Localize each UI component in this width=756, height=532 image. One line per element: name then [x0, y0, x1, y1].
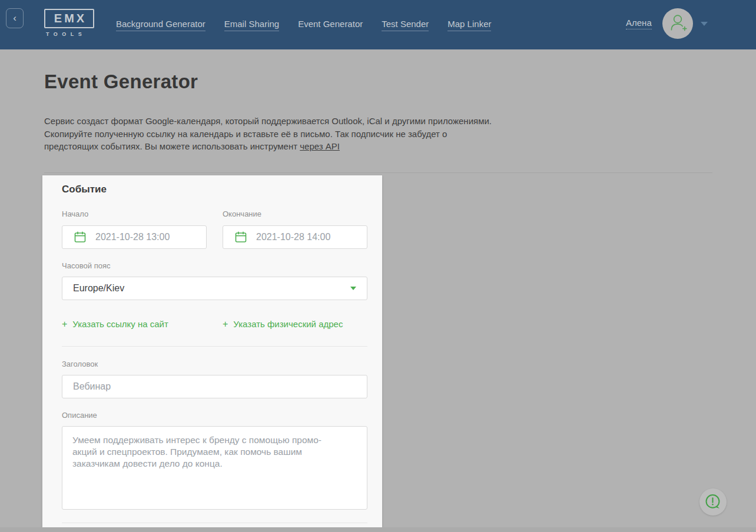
end-datetime-input[interactable]: [256, 232, 356, 242]
page-description: Сервис создаст формат Google-календаря, …: [44, 115, 492, 153]
main-nav: Background Generator Email Sharing Event…: [116, 0, 491, 49]
form-divider: [62, 523, 367, 523]
event-title-input[interactable]: [73, 381, 356, 392]
end-label: Окончание: [223, 210, 261, 218]
add-site-link-button[interactable]: +Указать ссылку на сайт: [62, 319, 168, 330]
chevron-down-icon[interactable]: [701, 22, 708, 26]
back-button[interactable]: ‹: [6, 8, 24, 28]
emx-tools-logo[interactable]: EMX TOOLS: [44, 9, 94, 37]
start-label: Начало: [62, 210, 88, 218]
section-divider: [44, 172, 712, 173]
description-line-2: Скопируйте полученную ссылку на календар…: [44, 128, 492, 141]
bottom-edge-bar: [0, 527, 756, 532]
nav-test-sender[interactable]: Test Sender: [382, 19, 429, 31]
timezone-label: Часовой пояс: [62, 261, 110, 270]
api-link[interactable]: через API: [300, 141, 340, 151]
nav-email-sharing[interactable]: Email Sharing: [224, 19, 279, 31]
plus-icon: +: [62, 319, 67, 330]
logo-subtitle: TOOLS: [44, 31, 94, 37]
end-datetime-field[interactable]: [223, 225, 367, 249]
form-divider: [62, 346, 367, 347]
nav-event-generator[interactable]: Event Generator: [298, 19, 363, 31]
nav-background-generator[interactable]: Background Generator: [116, 19, 205, 31]
description-line-1: Сервис создаст формат Google-календаря, …: [44, 115, 492, 128]
start-datetime-field[interactable]: [62, 225, 207, 249]
event-description-label: Описание: [62, 411, 97, 420]
help-chat-button[interactable]: [699, 488, 727, 516]
start-datetime-input[interactable]: [95, 232, 195, 242]
timezone-value: Europe/Kiev: [73, 283, 124, 294]
logo-box: EMX: [44, 9, 94, 28]
event-title-label: Заголовок: [62, 360, 98, 368]
event-title-field[interactable]: [62, 375, 367, 398]
plus-icon: +: [223, 319, 228, 330]
page-title: Event Generator: [44, 71, 198, 93]
user-name-link[interactable]: Алена: [626, 18, 652, 29]
avatar[interactable]: [662, 8, 693, 39]
event-form-card: Событие Начало Окончание Часовой пояс Eu…: [42, 175, 382, 527]
user-plus-icon: [665, 9, 691, 38]
chevron-down-icon: [350, 287, 356, 290]
calendar-icon: [73, 230, 87, 244]
event-description-textarea[interactable]: Умеем поддерживать интерес к бренду с по…: [62, 426, 367, 510]
chat-exclamation-icon: [704, 493, 722, 511]
description-line-3: предстоящих событиях. Вы можете использо…: [44, 140, 492, 153]
chevron-left-icon: ‹: [13, 12, 16, 24]
top-navigation-bar: ‹ EMX TOOLS Background Generator Email S…: [0, 0, 756, 49]
timezone-select[interactable]: Europe/Kiev: [62, 277, 367, 300]
logo-title: EMX: [52, 12, 87, 25]
nav-map-linker[interactable]: Map Linker: [447, 19, 491, 31]
add-address-button[interactable]: +Указать физический адрес: [223, 319, 343, 330]
form-section-title: Событие: [62, 184, 107, 195]
calendar-icon: [234, 230, 248, 244]
